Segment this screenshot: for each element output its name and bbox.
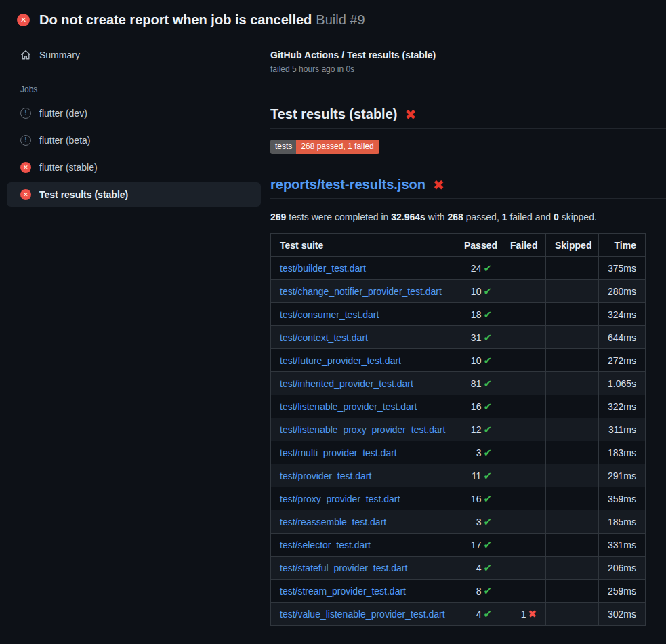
time-cell: 322ms — [599, 395, 646, 418]
job-label: flutter (beta) — [39, 135, 90, 146]
run-build-number: Build #9 — [316, 12, 365, 27]
x-circle-icon: ✕ — [20, 189, 31, 200]
x-circle-icon: ✕ — [17, 14, 30, 26]
failed-cell — [501, 534, 546, 557]
skipped-cell — [546, 487, 599, 510]
test-suite-link[interactable]: test/consumer_test.dart — [280, 309, 379, 320]
test-results-table: Test suite Passed Failed Skipped Time te… — [270, 233, 646, 626]
test-suite-link[interactable]: test/future_provider_test.dart — [280, 355, 401, 366]
alert-circle-icon: ! — [20, 135, 31, 146]
count-value: 18 — [471, 309, 482, 320]
sidebar-job-item[interactable]: ✕ flutter (stable) — [7, 155, 261, 180]
skipped-cell — [546, 349, 599, 372]
cross-mark-icon: ✖ — [433, 178, 444, 192]
count-value: 11 — [472, 470, 482, 481]
x-circle-icon: ✕ — [20, 162, 31, 173]
sidebar-job-item[interactable]: ! flutter (dev) — [7, 101, 261, 125]
job-label: flutter (stable) — [39, 162, 98, 173]
time-cell: 311ms — [599, 418, 646, 441]
check-icon: ✔ — [483, 308, 492, 320]
time-cell: 206ms — [599, 557, 646, 580]
suite-cell: test/consumer_test.dart — [271, 303, 455, 326]
check-icon: ✔ — [483, 447, 492, 458]
count-value: 10 — [471, 355, 482, 366]
count-value: 16 — [471, 494, 482, 504]
test-suite-link[interactable]: test/provider_test.dart — [280, 470, 371, 481]
count-value: 16 — [471, 401, 482, 412]
tests-badge-label: tests — [270, 140, 296, 154]
summary-segment: failed and — [507, 212, 554, 222]
summary-segment: passed, — [463, 212, 502, 222]
test-suite-link[interactable]: test/multi_provider_test.dart — [280, 447, 397, 458]
test-suite-link[interactable]: test/listenable_provider_test.dart — [280, 401, 417, 412]
test-suite-link[interactable]: test/builder_test.dart — [280, 263, 366, 274]
test-suite-link[interactable]: test/value_listenable_provider_test.dart — [280, 609, 445, 620]
suite-cell: test/stateful_provider_test.dart — [271, 557, 455, 580]
passed-cell: 3✔ — [455, 510, 501, 534]
col-header-test-suite: Test suite — [271, 234, 455, 257]
test-suite-link[interactable]: test/change_notifier_provider_test.dart — [280, 286, 442, 297]
table-row: test/reassemble_test.dart3✔185ms — [271, 510, 646, 534]
failed-cell — [501, 395, 546, 418]
time-cell: 259ms — [599, 580, 646, 603]
suite-cell: test/change_notifier_provider_test.dart — [271, 280, 455, 303]
skipped-cell — [546, 580, 599, 603]
skipped-cell — [546, 257, 599, 280]
cross-mark-icon: ✖ — [404, 108, 416, 121]
table-row: test/listenable_proxy_provider_test.dart… — [271, 418, 646, 441]
check-icon: ✔ — [483, 516, 492, 527]
test-suite-link[interactable]: test/stateful_provider_test.dart — [280, 563, 407, 573]
test-suite-link[interactable]: test/inherited_provider_test.dart — [280, 378, 413, 389]
time-cell: 1.065s — [599, 372, 646, 395]
job-label: flutter (dev) — [39, 108, 87, 119]
test-suite-link[interactable]: test/proxy_provider_test.dart — [280, 494, 400, 504]
main-content: GitHub Actions / Test results (stable) f… — [270, 37, 666, 626]
test-suite-link[interactable]: test/context_test.dart — [280, 332, 368, 343]
failed-cell — [501, 372, 546, 395]
skipped-cell — [546, 510, 599, 534]
check-icon: ✔ — [483, 608, 492, 620]
test-suite-link[interactable]: test/selector_test.dart — [280, 540, 371, 550]
x-glyph: ✕ — [23, 165, 28, 171]
report-file-link[interactable]: reports/test-results.json — [270, 177, 425, 193]
summary-line: 269 tests were completed in 32.964s with… — [270, 212, 666, 222]
count-value: 81 — [471, 378, 482, 389]
table-row: test/change_notifier_provider_test.dart1… — [271, 280, 646, 303]
suite-cell: test/multi_provider_test.dart — [271, 441, 455, 464]
test-suite-link[interactable]: test/stream_provider_test.dart — [280, 586, 406, 597]
passed-cell: 18✔ — [455, 303, 501, 326]
test-suite-link[interactable]: test/reassemble_test.dart — [280, 517, 386, 527]
check-icon: ✔ — [483, 539, 492, 550]
sidebar-job-item[interactable]: ✕ Test results (stable) — [7, 182, 261, 207]
summary-segment: with — [425, 212, 448, 222]
time-cell: 359ms — [599, 487, 646, 510]
time-cell: 183ms — [599, 441, 646, 464]
sidebar-item-summary[interactable]: Summary — [7, 43, 261, 67]
time-cell: 280ms — [599, 280, 646, 303]
check-icon: ✔ — [483, 378, 492, 389]
home-icon — [20, 49, 31, 60]
passed-cell: 31✔ — [455, 326, 501, 349]
test-suite-link[interactable]: test/listenable_proxy_provider_test.dart — [280, 424, 445, 435]
passed-cell: 4✔ — [455, 603, 501, 626]
table-row: test/value_listenable_provider_test.dart… — [271, 603, 646, 626]
col-header-passed: Passed — [455, 234, 501, 257]
col-header-time: Time — [599, 234, 646, 257]
job-label: Test results (stable) — [39, 189, 128, 200]
sidebar-jobs-heading: Jobs — [20, 85, 261, 94]
skipped-cell — [546, 557, 599, 580]
breadcrumb: GitHub Actions / Test results (stable) — [270, 49, 666, 60]
report-title-text: Test results (stable) — [270, 106, 397, 122]
summary-segment: skipped. — [559, 212, 597, 222]
failed-cell — [501, 580, 546, 603]
suite-cell: test/context_test.dart — [271, 326, 455, 349]
passed-cell: 81✔ — [455, 372, 501, 395]
check-icon: ✔ — [483, 493, 492, 504]
run-title: Do not create report when job is cancell… — [39, 12, 312, 27]
sidebar-job-item[interactable]: ! flutter (beta) — [7, 128, 261, 153]
passed-cell: 12✔ — [455, 418, 501, 441]
suite-cell: test/provider_test.dart — [271, 464, 455, 487]
failed-cell — [501, 326, 546, 349]
suite-cell: test/listenable_provider_test.dart — [271, 395, 455, 418]
col-header-failed: Failed — [501, 234, 546, 257]
